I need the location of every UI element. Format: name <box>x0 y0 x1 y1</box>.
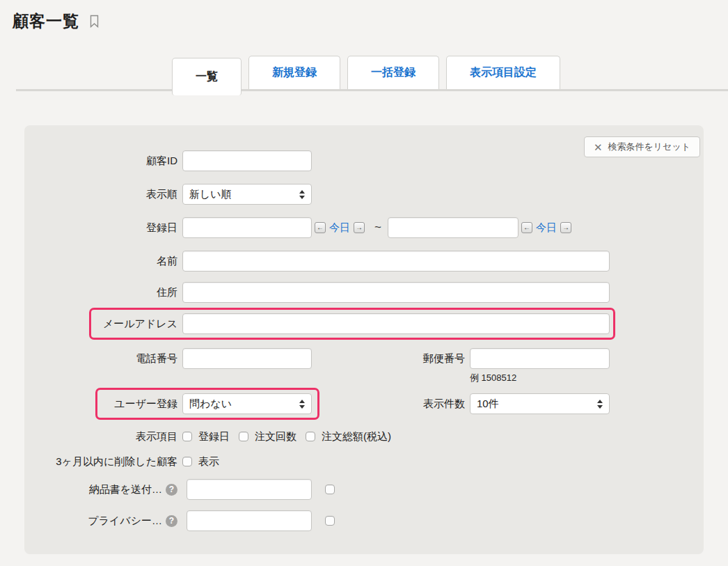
page-title: 顧客一覧 <box>13 10 79 32</box>
arrow-right-icon: → <box>562 224 569 231</box>
tab-bar: 一覧 新規登録 一括登録 表示項目設定 <box>0 55 728 91</box>
name-row: 名前 <box>24 251 704 272</box>
checkbox-label: 注文総額(税込) <box>322 430 391 443</box>
address-row: 住所 <box>24 282 704 303</box>
checkbox-label: 登録日 <box>198 430 230 443</box>
privacy-checkbox[interactable] <box>325 516 335 526</box>
deleted-customers-label: 3ヶ月以内に削除した顧客 <box>24 455 177 469</box>
user-registration-value: 問わない <box>189 398 232 411</box>
date-range-separator: ~ <box>374 221 381 235</box>
tab-bulk-registration[interactable]: 一括登録 <box>347 56 439 89</box>
registration-date-row: 登録日 ← 今日 → ~ ← 今日 → <box>24 217 704 238</box>
date-from-prev-button[interactable]: ← <box>315 222 326 233</box>
email-row: メールアドレス <box>24 313 704 334</box>
help-icon[interactable]: ? <box>166 484 177 496</box>
select-arrows-icon <box>299 190 305 199</box>
phone-label: 電話番号 <box>24 348 177 369</box>
address-label: 住所 <box>24 286 177 299</box>
delivery-note-label: 納品書を送付… <box>89 483 162 496</box>
user-registration-label: ユーザー登録 <box>24 398 177 411</box>
privacy-label: プライバシー… <box>88 514 162 528</box>
date-from-today-link[interactable]: 今日 <box>329 221 350 235</box>
date-to-today-link[interactable]: 今日 <box>536 221 557 235</box>
tab-display-item-settings[interactable]: 表示項目設定 <box>446 56 560 89</box>
postal-code-label: 郵便番号 <box>312 348 465 369</box>
phone-postal-row: 電話番号 郵便番号 例 1508512 <box>24 348 704 384</box>
name-label: 名前 <box>24 255 177 268</box>
tab-new-registration[interactable]: 新規登録 <box>248 56 340 89</box>
customer-id-label: 顧客ID <box>24 155 177 168</box>
per-page-select[interactable]: 10件 <box>470 393 610 414</box>
page-header: 顧客一覧 <box>0 0 728 31</box>
help-icon[interactable]: ? <box>166 515 177 527</box>
per-page-value: 10件 <box>477 398 499 411</box>
phone-input[interactable] <box>182 348 312 369</box>
customer-id-input[interactable] <box>182 150 312 171</box>
privacy-row: プライバシー… ? <box>24 510 704 531</box>
tab-list[interactable]: 一覧 <box>172 58 242 95</box>
sort-order-row: 表示順 新しい順 <box>24 184 704 205</box>
arrow-left-icon: ← <box>317 224 324 231</box>
select-arrows-icon <box>597 400 603 409</box>
display-item-order-count-checkbox[interactable] <box>239 432 248 441</box>
per-page-label: 表示件数 <box>312 398 465 411</box>
postal-code-input[interactable] <box>470 348 610 369</box>
arrow-left-icon: ← <box>523 224 530 231</box>
select-arrows-icon <box>299 400 305 409</box>
sort-order-value: 新しい順 <box>189 188 232 201</box>
registration-date-label: 登録日 <box>24 221 177 235</box>
date-to-input[interactable] <box>388 217 519 238</box>
address-input[interactable] <box>182 282 610 303</box>
display-item-order-total-checkbox[interactable] <box>306 432 315 441</box>
name-input[interactable] <box>182 251 610 272</box>
deleted-customers-row: 3ヶ月以内に削除した顧客 表示 <box>24 455 704 469</box>
arrow-right-icon: → <box>356 224 363 231</box>
delivery-note-checkbox[interactable] <box>325 485 335 494</box>
postal-code-example: 例 1508512 <box>470 372 610 384</box>
search-panel: ✕ 検索条件をリセット 顧客ID 表示順 新しい順 登録日 ← 今日 → ~ ←… <box>24 125 704 554</box>
sort-order-select[interactable]: 新しい順 <box>182 184 312 205</box>
date-from-input[interactable] <box>182 217 312 238</box>
privacy-input[interactable] <box>187 510 312 531</box>
email-label: メールアドレス <box>24 317 177 331</box>
user-registration-select[interactable]: 問わない <box>182 393 312 414</box>
deleted-customers-show-checkbox[interactable] <box>182 457 192 466</box>
date-to-next-button[interactable]: → <box>560 222 571 233</box>
checkbox-label: 注文回数 <box>255 430 296 443</box>
display-items-label: 表示項目 <box>24 430 177 443</box>
delivery-note-row: 納品書を送付… ? <box>24 479 704 500</box>
display-item-registration-date-checkbox[interactable] <box>182 432 192 441</box>
sort-order-label: 表示順 <box>24 188 177 201</box>
date-to-prev-button[interactable]: ← <box>521 222 532 233</box>
bookmark-icon[interactable] <box>90 15 99 28</box>
delivery-note-input[interactable] <box>187 479 312 500</box>
display-items-row: 表示項目 登録日 注文回数 注文総額(税込) <box>24 430 704 443</box>
checkbox-label: 表示 <box>198 455 219 469</box>
date-from-next-button[interactable]: → <box>354 222 365 233</box>
email-input[interactable] <box>182 313 610 334</box>
user-registration-row: ユーザー登録 問わない 表示件数 10件 <box>24 393 704 414</box>
tab-divider <box>16 89 728 91</box>
customer-id-row: 顧客ID <box>24 150 704 171</box>
